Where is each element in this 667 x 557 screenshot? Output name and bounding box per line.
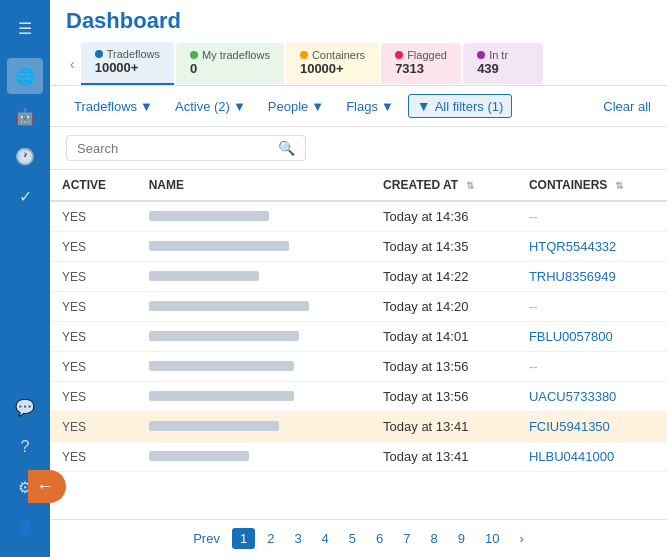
containers-count: 10000+ [300, 61, 344, 76]
containers-sort-icon[interactable]: ⇅ [615, 180, 623, 191]
cell-active: YES [50, 382, 137, 412]
sidebar-globe-icon[interactable]: 🌐 [7, 58, 43, 94]
table-header-row: ACTIVE NAME CREATED AT ⇅ CONTAINERS ⇅ [50, 170, 667, 201]
sidebar-robot-icon[interactable]: 🤖 [7, 98, 43, 134]
container-link[interactable]: HTQR5544332 [529, 239, 616, 254]
active-filter-label: Active (2) [175, 99, 230, 114]
col-created: CREATED AT ⇅ [371, 170, 517, 201]
blurred-name [149, 301, 309, 311]
tab-my-tradeflows[interactable]: My tradeflows 0 [176, 43, 284, 84]
filter-funnel-icon: ▼ [417, 98, 431, 114]
table-row: YESToday at 13:56-- [50, 352, 667, 382]
people-filter-button[interactable]: People ▼ [260, 95, 332, 118]
flags-filter-button[interactable]: Flags ▼ [338, 95, 402, 118]
in-tr-dot [477, 51, 485, 59]
page-10-button[interactable]: 10 [477, 528, 507, 549]
tabs-row: ‹ Tradeflows 10000+ My tradeflows 0 [66, 42, 651, 85]
cell-created: Today at 13:56 [371, 382, 517, 412]
cell-name [137, 232, 371, 262]
tab-in-tr[interactable]: In tr 439 [463, 43, 543, 84]
flags-dropdown-icon: ▼ [381, 99, 394, 114]
cell-container[interactable]: FBLU0057800 [517, 322, 667, 352]
container-link[interactable]: TRHU8356949 [529, 269, 616, 284]
created-sort-icon[interactable]: ⇅ [466, 180, 474, 191]
page-5-button[interactable]: 5 [341, 528, 364, 549]
next-page-button[interactable]: › [511, 528, 531, 549]
cell-created: Today at 13:41 [371, 412, 517, 442]
people-filter-label: People [268, 99, 308, 114]
blurred-name [149, 421, 279, 431]
blurred-name [149, 271, 259, 281]
in-tr-count: 439 [477, 61, 499, 76]
container-link[interactable]: UACU5733380 [529, 389, 616, 404]
page-title: Dashboard [66, 8, 651, 34]
sidebar-user-icon[interactable]: 👤 [7, 509, 43, 545]
container-link[interactable]: HLBU0441000 [529, 449, 614, 464]
tradeflows-filter-button[interactable]: Tradeflows ▼ [66, 95, 161, 118]
cell-active: YES [50, 232, 137, 262]
all-filters-button[interactable]: ▼ All filters (1) [408, 94, 512, 118]
cell-container[interactable]: HLBU0441000 [517, 442, 667, 472]
prev-page-button[interactable]: Prev [185, 528, 228, 549]
container-link[interactable]: FCIU5941350 [529, 419, 610, 434]
page-2-button[interactable]: 2 [259, 528, 282, 549]
tab-prev-button[interactable]: ‹ [66, 52, 79, 76]
pagination: Prev 1 2 3 4 5 6 7 8 9 10 › [50, 519, 667, 557]
table-row: YESToday at 14:36-- [50, 201, 667, 232]
filter-bar: Tradeflows ▼ Active (2) ▼ People ▼ Flags… [50, 86, 667, 127]
cell-container: -- [517, 201, 667, 232]
cell-container[interactable]: HTQR5544332 [517, 232, 667, 262]
cell-active: YES [50, 262, 137, 292]
tradeflows-filter-label: Tradeflows [74, 99, 137, 114]
table-row: YESToday at 14:20-- [50, 292, 667, 322]
tab-flagged[interactable]: Flagged 7313 [381, 43, 461, 84]
cell-active: YES [50, 442, 137, 472]
page-8-button[interactable]: 8 [423, 528, 446, 549]
col-active: ACTIVE [50, 170, 137, 201]
page-9-button[interactable]: 9 [450, 528, 473, 549]
blurred-name [149, 361, 294, 371]
sidebar-check-icon[interactable]: ✓ [7, 178, 43, 214]
cell-name [137, 382, 371, 412]
cell-created: Today at 14:22 [371, 262, 517, 292]
cell-container: -- [517, 292, 667, 322]
table-row: YESToday at 13:41HLBU0441000 [50, 442, 667, 472]
cell-created: Today at 14:01 [371, 322, 517, 352]
cell-created: Today at 14:20 [371, 292, 517, 322]
main-content: Dashboard ‹ Tradeflows 10000+ My tradefl… [50, 0, 667, 557]
search-input[interactable] [77, 141, 278, 156]
cell-name [137, 292, 371, 322]
containers-label: Containers [312, 49, 365, 61]
sidebar-menu-icon[interactable]: ☰ [7, 10, 43, 46]
cell-container[interactable]: FCIU5941350 [517, 412, 667, 442]
cell-container[interactable]: TRHU8356949 [517, 262, 667, 292]
search-icon[interactable]: 🔍 [278, 140, 295, 156]
containers-dot [300, 51, 308, 59]
page-7-button[interactable]: 7 [395, 528, 418, 549]
header: Dashboard ‹ Tradeflows 10000+ My tradefl… [50, 0, 667, 86]
cell-name [137, 322, 371, 352]
container-link[interactable]: FBLU0057800 [529, 329, 613, 344]
flagged-count: 7313 [395, 61, 424, 76]
tab-tradeflows[interactable]: Tradeflows 10000+ [81, 42, 174, 85]
clear-all-button[interactable]: Clear all [603, 99, 651, 114]
page-4-button[interactable]: 4 [314, 528, 337, 549]
cell-active: YES [50, 201, 137, 232]
table-row: YESToday at 14:22TRHU8356949 [50, 262, 667, 292]
cell-name [137, 352, 371, 382]
cell-container[interactable]: UACU5733380 [517, 382, 667, 412]
tab-containers[interactable]: Containers 10000+ [286, 43, 379, 84]
flagged-dot [395, 51, 403, 59]
table-container: ACTIVE NAME CREATED AT ⇅ CONTAINERS ⇅ [50, 170, 667, 519]
sidebar-help-icon[interactable]: ? [7, 429, 43, 465]
page-1-button[interactable]: 1 [232, 528, 255, 549]
page-3-button[interactable]: 3 [286, 528, 309, 549]
sidebar-chat-icon[interactable]: 💬 [7, 389, 43, 425]
page-6-button[interactable]: 6 [368, 528, 391, 549]
sidebar-clock-icon[interactable]: 🕐 [7, 138, 43, 174]
blurred-name [149, 391, 294, 401]
cell-active: YES [50, 352, 137, 382]
table-row: YESToday at 13:56UACU5733380 [50, 382, 667, 412]
active-filter-button[interactable]: Active (2) ▼ [167, 95, 254, 118]
cell-name [137, 201, 371, 232]
